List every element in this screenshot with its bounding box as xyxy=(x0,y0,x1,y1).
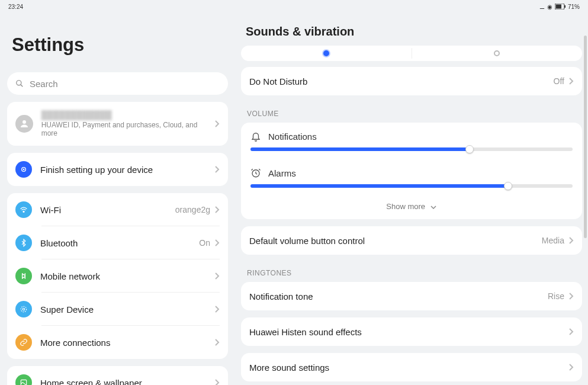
chevron-right-icon xyxy=(214,272,220,280)
pager-dot-active[interactable] xyxy=(323,50,329,56)
histen-row[interactable]: Huawei Histen sound effects xyxy=(241,317,582,346)
search-icon xyxy=(15,79,24,88)
slider-label: Alarms xyxy=(268,168,296,178)
page-title: Settings xyxy=(7,12,228,72)
section-ringtones-label: RINGTONES xyxy=(241,262,582,282)
sidebar: Settings Search ████████████ HUAWEI ID, … xyxy=(0,12,235,385)
status-right: ⚊ ◉ 71% xyxy=(539,4,580,10)
svg-point-9 xyxy=(23,308,25,310)
chevron-right-icon xyxy=(568,328,574,336)
account-name: ████████████ xyxy=(41,110,214,120)
row-value: Off xyxy=(554,76,564,86)
search-input[interactable]: Search xyxy=(7,72,228,95)
chevron-right-icon xyxy=(214,378,220,385)
chevron-down-icon xyxy=(430,204,437,210)
gallery-icon xyxy=(15,374,32,385)
svg-line-4 xyxy=(21,85,23,87)
svg-rect-11 xyxy=(21,380,26,385)
account-row[interactable]: ████████████ HUAWEI ID, Payment and purc… xyxy=(7,102,228,146)
chevron-right-icon xyxy=(214,305,220,313)
gear-alert-icon xyxy=(15,161,32,178)
row-label: More sound settings xyxy=(249,362,568,373)
sidebar-item-label: Super Device xyxy=(40,304,214,315)
chevron-right-icon xyxy=(568,236,574,245)
chevron-right-icon xyxy=(214,165,220,174)
status-time: 23:24 xyxy=(8,4,23,10)
svg-point-3 xyxy=(17,81,21,85)
sidebar-item-wifi[interactable]: Wi-Fi orange2g xyxy=(7,193,228,226)
row-value: Media xyxy=(542,236,564,245)
battery-percent: 71% xyxy=(568,4,580,10)
content-panel: Sounds & vibration Do Not Disturb Off VO… xyxy=(235,12,588,385)
chevron-right-icon xyxy=(214,239,220,247)
super-device-icon xyxy=(15,301,32,317)
sidebar-item-label: Finish setting up your device xyxy=(40,165,214,175)
wifi-icon xyxy=(15,201,32,218)
chevron-right-icon xyxy=(214,206,220,214)
sidebar-item-mobile-network[interactable]: Mobile network xyxy=(7,259,228,293)
pager[interactable] xyxy=(241,46,582,61)
sidebar-item-label: Wi-Fi xyxy=(40,205,175,215)
chevron-right-icon xyxy=(568,292,574,300)
sidebar-item-finish-setup[interactable]: Finish setting up your device xyxy=(7,153,228,186)
sidebar-item-label: Mobile network xyxy=(40,271,214,281)
svg-point-8 xyxy=(23,211,24,212)
slider-label: Notifications xyxy=(268,131,317,142)
chevron-right-icon xyxy=(214,338,220,346)
chevron-right-icon xyxy=(568,77,574,85)
bluetooth-status-icon: ⚊ xyxy=(539,4,545,10)
wifi-status-icon: ◉ xyxy=(547,4,552,10)
sidebar-item-label: More connections xyxy=(40,338,214,348)
section-volume-label: VOLUME xyxy=(241,102,582,123)
sidebar-item-bluetooth[interactable]: Bluetooth On xyxy=(7,226,228,259)
bell-icon xyxy=(250,131,261,142)
alarm-icon xyxy=(250,168,261,178)
row-value: Rise xyxy=(548,291,564,301)
scroll-thumb[interactable] xyxy=(584,36,587,238)
sidebar-item-super-device[interactable]: Super Device xyxy=(7,293,228,326)
sidebar-item-home-screen[interactable]: Home screen & wallpaper xyxy=(7,366,228,385)
scrollbar[interactable] xyxy=(584,36,587,373)
do-not-disturb-row[interactable]: Do Not Disturb Off xyxy=(241,67,582,95)
sidebar-item-label: Bluetooth xyxy=(40,238,199,248)
notification-tone-row[interactable]: Notification tone Rise xyxy=(241,282,582,310)
show-more-button[interactable]: Show more xyxy=(241,196,582,219)
more-sound-settings-row[interactable]: More sound settings xyxy=(241,353,582,381)
status-bar: 23:24 ⚊ ◉ 71% xyxy=(0,0,588,12)
link-icon xyxy=(15,334,32,351)
notifications-volume-row: Notifications xyxy=(241,123,582,151)
notifications-slider[interactable] xyxy=(250,147,573,151)
row-label: Notification tone xyxy=(249,291,548,301)
svg-rect-1 xyxy=(555,5,561,9)
chevron-right-icon xyxy=(568,363,574,371)
row-label: Default volume button control xyxy=(249,236,542,246)
account-subtitle: HUAWEI ID, Payment and purchases, Cloud,… xyxy=(41,121,214,137)
svg-rect-2 xyxy=(564,5,565,8)
svg-point-10 xyxy=(21,306,26,312)
sidebar-item-more-connections[interactable]: More connections xyxy=(7,326,228,359)
bluetooth-icon xyxy=(15,235,32,251)
alarms-volume-row: Alarms xyxy=(241,159,582,188)
pager-dot-inactive[interactable] xyxy=(494,50,500,56)
mobile-network-icon xyxy=(15,268,32,284)
sidebar-item-label: Home screen & wallpaper xyxy=(40,378,214,386)
content-title: Sounds & vibration xyxy=(241,12,582,46)
row-label: Do Not Disturb xyxy=(249,76,554,86)
avatar-icon xyxy=(15,115,33,133)
battery-icon xyxy=(555,4,565,9)
sidebar-item-value: orange2g xyxy=(175,205,210,214)
default-volume-button-row[interactable]: Default volume button control Media xyxy=(241,226,582,255)
alarms-slider[interactable] xyxy=(250,184,573,188)
chevron-right-icon xyxy=(214,120,220,128)
svg-point-7 xyxy=(23,169,25,171)
svg-point-5 xyxy=(23,120,26,124)
search-placeholder: Search xyxy=(30,79,58,89)
sidebar-item-value: On xyxy=(199,238,210,248)
row-label: Huawei Histen sound effects xyxy=(249,327,568,337)
